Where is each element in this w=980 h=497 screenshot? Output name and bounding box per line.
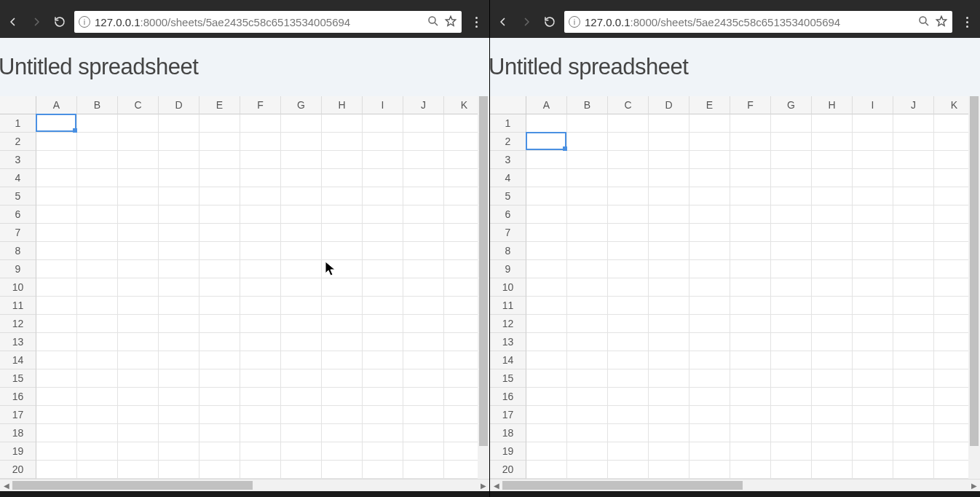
row-header[interactable]: 6	[490, 206, 526, 224]
column-header[interactable]: H	[812, 96, 853, 114]
cell[interactable]	[893, 315, 934, 333]
cell[interactable]	[240, 242, 281, 260]
back-button[interactable]	[494, 13, 512, 31]
cell[interactable]	[771, 406, 812, 424]
scroll-thumb[interactable]	[12, 481, 253, 490]
cell[interactable]	[730, 406, 771, 424]
cell[interactable]	[730, 133, 771, 151]
row-header[interactable]: 17	[0, 406, 36, 424]
cell[interactable]	[118, 242, 159, 260]
cell[interactable]	[281, 151, 322, 169]
cell[interactable]	[281, 260, 322, 278]
cell[interactable]	[771, 297, 812, 315]
column-header[interactable]: G	[281, 96, 322, 114]
cell[interactable]	[159, 114, 199, 133]
cell[interactable]	[853, 133, 893, 151]
cell[interactable]	[322, 260, 363, 278]
cell[interactable]	[608, 406, 649, 424]
row-header[interactable]: 9	[490, 260, 526, 278]
cell[interactable]	[812, 242, 853, 260]
cell[interactable]	[567, 424, 608, 442]
cell[interactable]	[281, 169, 322, 187]
cell[interactable]	[730, 424, 771, 442]
cell[interactable]	[567, 315, 608, 333]
cell[interactable]	[730, 224, 771, 242]
cell[interactable]	[77, 169, 118, 187]
cell[interactable]	[567, 187, 608, 206]
column-header[interactable]: E	[689, 96, 730, 114]
scroll-track[interactable]	[502, 480, 968, 492]
cell[interactable]	[281, 224, 322, 242]
cell[interactable]	[322, 297, 363, 315]
cell[interactable]	[363, 260, 403, 278]
cell[interactable]	[649, 169, 689, 187]
cell[interactable]	[240, 169, 281, 187]
cell[interactable]	[730, 169, 771, 187]
cell[interactable]	[199, 278, 240, 297]
column-header[interactable]: D	[649, 96, 689, 114]
cell[interactable]	[608, 424, 649, 442]
cell[interactable]	[730, 187, 771, 206]
row-header[interactable]: 15	[0, 369, 36, 388]
cell[interactable]	[689, 442, 730, 461]
cell[interactable]	[853, 224, 893, 242]
row-header[interactable]: 14	[490, 351, 526, 369]
cell[interactable]	[649, 333, 689, 351]
site-info-icon[interactable]: i	[569, 16, 580, 28]
cell[interactable]	[730, 369, 771, 388]
cell[interactable]	[771, 278, 812, 297]
cell[interactable]	[159, 315, 199, 333]
cell[interactable]	[159, 133, 199, 151]
row-header[interactable]: 15	[490, 369, 526, 388]
cell[interactable]	[403, 133, 444, 151]
cell[interactable]	[689, 187, 730, 206]
cell[interactable]	[322, 424, 363, 442]
cell[interactable]	[36, 206, 77, 224]
cell[interactable]	[77, 151, 118, 169]
row-header[interactable]: 4	[0, 169, 36, 187]
bookmark-star-icon[interactable]	[444, 15, 457, 30]
scroll-thumb[interactable]	[479, 96, 488, 446]
cell[interactable]	[36, 133, 77, 151]
cell[interactable]	[403, 461, 444, 479]
cell[interactable]	[812, 151, 853, 169]
cell[interactable]	[403, 388, 444, 406]
cell[interactable]	[281, 333, 322, 351]
cell[interactable]	[322, 442, 363, 461]
cell[interactable]	[77, 461, 118, 479]
cell[interactable]	[403, 187, 444, 206]
cell[interactable]	[526, 369, 567, 388]
cell[interactable]	[771, 169, 812, 187]
row-header[interactable]: 18	[0, 424, 36, 442]
cell[interactable]	[36, 260, 77, 278]
reload-button[interactable]	[541, 13, 558, 31]
cell[interactable]	[608, 461, 649, 479]
cell[interactable]	[240, 278, 281, 297]
cell[interactable]	[689, 315, 730, 333]
cell[interactable]	[281, 242, 322, 260]
cell[interactable]	[363, 351, 403, 369]
cell[interactable]	[853, 151, 893, 169]
row-header[interactable]: 3	[0, 151, 36, 169]
cell[interactable]	[77, 442, 118, 461]
cell[interactable]	[199, 351, 240, 369]
cell[interactable]	[118, 351, 159, 369]
cell[interactable]	[853, 315, 893, 333]
cell[interactable]	[608, 333, 649, 351]
cell[interactable]	[240, 187, 281, 206]
cell[interactable]	[240, 315, 281, 333]
column-header[interactable]: F	[240, 96, 281, 114]
column-header[interactable]: I	[363, 96, 403, 114]
cell[interactable]	[36, 424, 77, 442]
cell[interactable]	[118, 206, 159, 224]
cell[interactable]	[771, 424, 812, 442]
cell[interactable]	[77, 351, 118, 369]
cell[interactable]	[649, 278, 689, 297]
cell[interactable]	[526, 151, 567, 169]
cell[interactable]	[77, 424, 118, 442]
cell[interactable]	[689, 278, 730, 297]
cell[interactable]	[363, 242, 403, 260]
cell[interactable]	[812, 133, 853, 151]
cell[interactable]	[893, 406, 934, 424]
cell[interactable]	[649, 187, 689, 206]
